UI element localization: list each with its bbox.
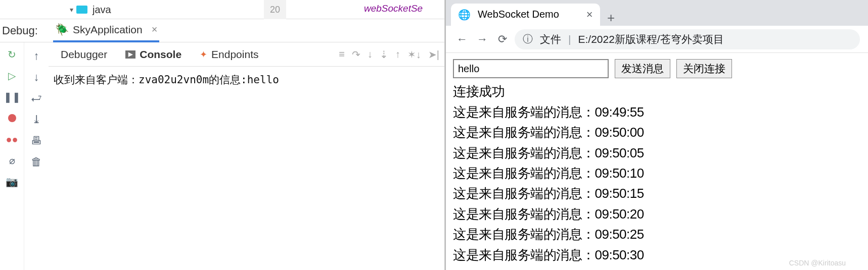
globe-icon: 🌐 (458, 9, 471, 21)
address-field[interactable]: ⓘ 文件 | E:/2022新版课程/苍穹外卖项目 (515, 29, 860, 49)
up-arrow-icon[interactable]: ↑ (30, 49, 43, 63)
step-into-icon[interactable]: ↓ (368, 48, 373, 61)
ws-message: 这是来自服务端的消息：09:50:10 (453, 164, 861, 182)
step-out-icon[interactable]: ↑ (395, 48, 400, 61)
back-icon[interactable]: ← (454, 33, 470, 46)
debug-toolbar: Debug: 🪲 SkyApplication × (0, 19, 444, 42)
tab-endpoints-label: Endpoints (211, 48, 258, 61)
ide-pane: ▾ java 20 webSocketSe Debug: 🪲 SkyApplic… (0, 0, 445, 270)
debug-left-toolbar: ↻ ▷ ❚❚ ●● ⌀ 📷 (0, 42, 24, 270)
page-content: 发送消息 关闭连接 连接成功 这是来自服务端的消息：09:49:55 这是来自服… (446, 53, 868, 270)
endpoints-icon: ✦ (200, 49, 207, 60)
line-number: 20 (270, 5, 280, 15)
show-frames-icon[interactable]: ≡ (339, 48, 345, 61)
send-button[interactable]: 发送消息 (615, 59, 670, 78)
browser-tab-strip: 🌐 WebSocket Demo × + (446, 0, 868, 26)
ws-message: 这是来自服务端的消息：09:50:20 (453, 205, 861, 223)
close-icon[interactable]: × (586, 8, 593, 21)
console-line: 收到来自客户端：zva02u2vn0m的信息:hello (54, 73, 439, 87)
forward-icon[interactable]: → (474, 33, 490, 46)
ws-message: 这是来自服务端的消息：09:50:05 (453, 144, 861, 162)
ws-message: 这是来自服务端的消息：09:49:55 (453, 103, 861, 121)
tree-folder-label: java (93, 4, 111, 16)
ws-message: 这是来自服务端的消息：09:50:00 (453, 123, 861, 141)
breakpoints-icon[interactable]: ●● (6, 133, 18, 145)
editor-top-area: ▾ java 20 webSocketSe (0, 0, 444, 19)
tab-console[interactable]: ▶ Console (123, 45, 184, 64)
browser-tab-title: WebSocket Demo (478, 9, 559, 20)
console-side-toolbar: ↑ ↓ ⮐ ⤓ 🖶 🗑 (24, 42, 49, 270)
watermark: CSDN @Kiritoasu (789, 259, 846, 267)
tab-endpoints[interactable]: ✦ Endpoints (198, 45, 260, 64)
run-config-tab[interactable]: 🪲 SkyApplication × (53, 19, 159, 42)
code-fragment: webSocketSe (364, 3, 423, 14)
camera-icon[interactable]: 📷 (6, 176, 18, 188)
console-output[interactable]: 收到来自客户端：zva02u2vn0m的信息:hello (49, 67, 444, 270)
print-icon[interactable]: 🖶 (30, 134, 43, 147)
ws-message: 这是来自服务端的消息：09:50:15 (453, 184, 861, 202)
ws-message: 这是来自服务端的消息：09:50:25 (453, 225, 861, 243)
chevron-down-icon[interactable]: ▾ (70, 6, 73, 14)
addr-scheme: 文件 (540, 32, 561, 46)
step-over-icon[interactable]: ↷ (352, 48, 360, 61)
message-input[interactable] (453, 59, 609, 78)
tab-console-label: Console (140, 48, 181, 61)
rerun-icon[interactable]: ↻ (6, 48, 18, 61)
bug-icon: 🪲 (55, 23, 69, 36)
addr-divider: | (568, 33, 571, 45)
debug-tabs: Debugger ▶ Console ✦ Endpoints ≡ ↷ ↓ ⇣ ↑ (49, 42, 444, 67)
drop-frame-icon[interactable]: ✶↓ (407, 48, 421, 61)
mute-breakpoints-icon[interactable]: ⌀ (6, 154, 18, 167)
editor-gutter: 20 (264, 0, 286, 19)
ws-message: 连接成功 (453, 82, 861, 100)
new-tab-button[interactable]: + (600, 10, 622, 26)
address-bar: ← → ⟳ ⓘ 文件 | E:/2022新版课程/苍穹外卖项目 (446, 26, 868, 53)
soft-wrap-icon[interactable]: ⮐ (30, 92, 43, 105)
debug-body: ↻ ▷ ❚❚ ●● ⌀ 📷 ↑ ↓ ⮐ ⤓ 🖶 🗑 Debugger ▶ Con (0, 42, 444, 270)
tab-debugger-label: Debugger (61, 48, 107, 61)
tab-debugger[interactable]: Debugger (59, 45, 109, 64)
resume-icon[interactable]: ▷ (6, 70, 18, 82)
info-icon[interactable]: ⓘ (523, 32, 533, 46)
control-row: 发送消息 关闭连接 (453, 59, 861, 78)
pause-icon[interactable]: ❚❚ (6, 91, 18, 103)
scroll-end-icon[interactable]: ⤓ (30, 113, 43, 126)
debug-center: Debugger ▶ Console ✦ Endpoints ≡ ↷ ↓ ⇣ ↑ (49, 42, 444, 270)
down-arrow-icon[interactable]: ↓ (30, 71, 43, 84)
stop-icon[interactable] (8, 114, 16, 122)
folder-icon (76, 6, 87, 14)
run-config-name: SkyApplication (73, 24, 143, 36)
addr-path: E:/2022新版课程/苍穹外卖项目 (578, 32, 723, 46)
run-to-cursor-icon[interactable]: ➤| (428, 48, 439, 61)
close-icon[interactable]: × (152, 24, 158, 35)
debug-label: Debug: (2, 24, 38, 37)
browser-pane: 🌐 WebSocket Demo × + ← → ⟳ ⓘ 文件 | E:/202… (445, 0, 868, 270)
force-step-into-icon[interactable]: ⇣ (380, 48, 388, 61)
close-connection-button[interactable]: 关闭连接 (676, 59, 732, 78)
console-icon: ▶ (125, 50, 135, 59)
trash-icon[interactable]: 🗑 (30, 155, 43, 169)
step-toolbar: ≡ ↷ ↓ ⇣ ↑ ✶↓ ➤| (339, 48, 444, 61)
reload-icon[interactable]: ⟳ (494, 33, 511, 46)
browser-tab[interactable]: 🌐 WebSocket Demo × (451, 4, 600, 26)
